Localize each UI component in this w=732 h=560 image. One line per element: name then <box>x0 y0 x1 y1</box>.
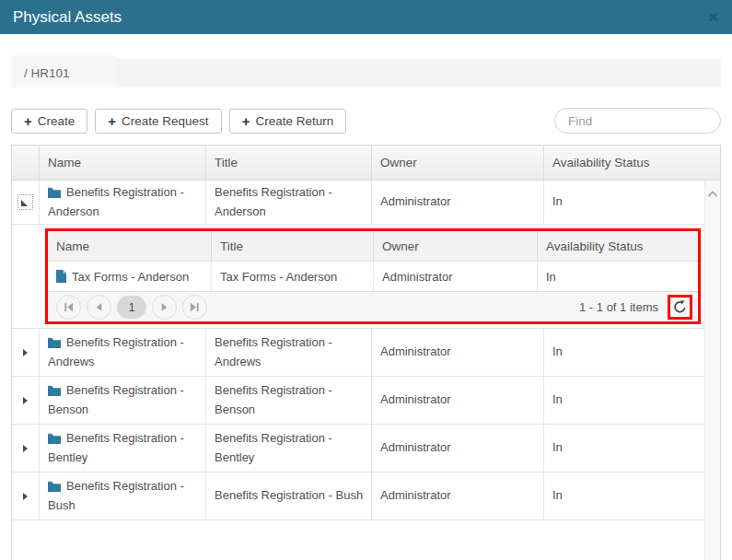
nested-column-header-status[interactable]: Availability Status <box>538 231 698 261</box>
physical-assets-dialog: Physical Assets ✕ / HR101 + Create + Cre… <box>0 0 732 560</box>
refresh-icon <box>672 299 688 315</box>
folder-icon <box>48 337 61 348</box>
nested-grid-pager: 1 1 - 1 of 1 items <box>48 291 698 321</box>
column-header-status[interactable]: Availability Status <box>544 146 720 180</box>
folder-icon <box>48 385 61 396</box>
asset-name: Benefits Registration - Bentley <box>48 431 184 463</box>
pager-first-page-icon[interactable] <box>56 295 81 320</box>
create-request-button-label: Create Request <box>122 114 209 128</box>
cell-owner: Administrator <box>372 181 544 224</box>
cell-owner: Administrator <box>372 329 544 376</box>
cell-owner: Administrator <box>372 377 544 424</box>
column-header-name[interactable]: Name <box>40 146 206 180</box>
folder-icon <box>48 187 61 198</box>
file-icon <box>56 270 66 283</box>
expander-column-header <box>12 146 40 180</box>
cell-title: Benefits Registration - Anderson <box>206 181 372 224</box>
row-expander-cell <box>12 472 40 519</box>
table-row[interactable]: Benefits Registration - Bentley Benefits… <box>12 425 704 472</box>
nested-cell-owner: Administrator <box>374 262 538 291</box>
table-row[interactable]: Benefits Registration - Benson Benefits … <box>12 377 704 425</box>
cell-status: In <box>544 472 704 519</box>
vertical-scrollbar[interactable] <box>704 181 720 560</box>
create-return-button-label: Create Return <box>255 114 333 128</box>
close-icon[interactable]: ✕ <box>707 10 719 24</box>
pager-next-page-icon[interactable] <box>152 295 177 320</box>
nested-column-header-owner[interactable]: Owner <box>374 231 538 261</box>
pager-current-page[interactable]: 1 <box>117 296 146 319</box>
nested-cell-status: In <box>538 262 698 291</box>
cell-status: In <box>544 377 704 424</box>
nested-cell-name: Tax Forms - Anderson <box>48 262 212 291</box>
cell-status: In <box>544 425 704 472</box>
nested-table-row[interactable]: Tax Forms - Anderson Tax Forms - Anderso… <box>48 262 698 291</box>
asset-name: Benefits Registration - Andrews <box>48 335 184 368</box>
breadcrumb[interactable]: / HR101 <box>11 58 721 88</box>
expand-row-icon[interactable] <box>23 349 28 356</box>
folder-icon <box>48 481 61 492</box>
create-return-button[interactable]: + Create Return <box>229 109 347 134</box>
dialog-content: / HR101 + Create + Create Request + Crea… <box>0 58 732 560</box>
cell-title: Benefits Registration - Benson <box>206 377 372 424</box>
asset-name: Benefits Registration - Anderson <box>48 185 184 217</box>
cell-name: Benefits Registration - Bentley <box>40 425 206 472</box>
expand-row-icon[interactable] <box>23 493 28 500</box>
grid-header: Name Title Owner Availability Status <box>12 146 720 181</box>
row-detail-section: Name Title Owner Availability Status Tax… <box>12 225 704 329</box>
row-expander-cell <box>12 377 40 424</box>
column-header-title[interactable]: Title <box>206 146 372 180</box>
cell-title: Benefits Registration - Andrews <box>206 329 372 376</box>
cell-status: In <box>544 329 704 376</box>
cell-name: Benefits Registration - Benson <box>40 377 206 424</box>
nested-grid-header: Name Title Owner Availability Status <box>48 231 698 262</box>
nested-column-header-title[interactable]: Title <box>212 231 374 261</box>
highlighted-refresh-button[interactable] <box>668 295 692 320</box>
plus-icon: + <box>24 114 32 128</box>
cell-name: Benefits Registration - Anderson <box>40 181 206 224</box>
create-button[interactable]: + Create <box>11 109 87 134</box>
toolbar: + Create + Create Request + Create Retur… <box>11 108 721 134</box>
breadcrumb-path: / HR101 <box>24 66 70 80</box>
collapse-row-icon[interactable] <box>17 194 33 210</box>
nested-column-header-name[interactable]: Name <box>48 231 212 261</box>
pager-last-page-icon[interactable] <box>182 295 207 320</box>
row-expander-cell <box>12 425 40 472</box>
cell-owner: Administrator <box>372 425 544 472</box>
cell-owner: Administrator <box>372 472 544 519</box>
table-row[interactable]: Benefits Registration - Anderson Benefit… <box>12 181 704 225</box>
cell-name: Benefits Registration - Bush <box>40 472 206 519</box>
cell-title: Benefits Registration - Bentley <box>206 425 372 472</box>
dialog-title: Physical Assets <box>13 8 122 27</box>
create-request-button[interactable]: + Create Request <box>95 109 221 134</box>
row-expander-cell <box>12 329 40 376</box>
create-button-label: Create <box>38 114 76 128</box>
pager-previous-page-icon[interactable] <box>87 295 111 320</box>
pager-right-section: 1 - 1 of 1 items <box>579 295 692 320</box>
expand-row-icon[interactable] <box>23 445 28 452</box>
grid-empty-area <box>12 520 704 560</box>
asset-name: Benefits Registration - Benson <box>48 383 184 415</box>
asset-name: Benefits Registration - Bush <box>48 479 184 511</box>
table-row[interactable]: Benefits Registration - Bush Benefits Re… <box>12 472 704 520</box>
scroll-up-icon[interactable] <box>707 190 718 198</box>
dialog-titlebar: Physical Assets ✕ <box>0 0 732 34</box>
table-row[interactable]: Benefits Registration - Andrews Benefits… <box>12 329 704 377</box>
pager-items-summary: 1 - 1 of 1 items <box>579 300 658 314</box>
nested-cell-title: Tax Forms - Anderson <box>212 262 374 291</box>
expand-row-icon[interactable] <box>23 397 28 404</box>
cell-name: Benefits Registration - Andrews <box>40 329 206 376</box>
plus-icon: + <box>108 114 116 128</box>
cell-title: Benefits Registration - Bush <box>206 472 372 519</box>
row-expander-cell <box>12 181 40 224</box>
plus-icon: + <box>242 114 250 128</box>
column-header-owner[interactable]: Owner <box>372 146 544 180</box>
grid-body: Benefits Registration - Anderson Benefit… <box>12 181 720 560</box>
cell-status: In <box>544 181 704 224</box>
highlighted-nested-grid: Name Title Owner Availability Status Tax… <box>45 228 701 324</box>
folder-icon <box>48 433 61 444</box>
assets-grid: Name Title Owner Availability Status Ben… <box>11 145 721 560</box>
find-input[interactable] <box>554 108 721 134</box>
